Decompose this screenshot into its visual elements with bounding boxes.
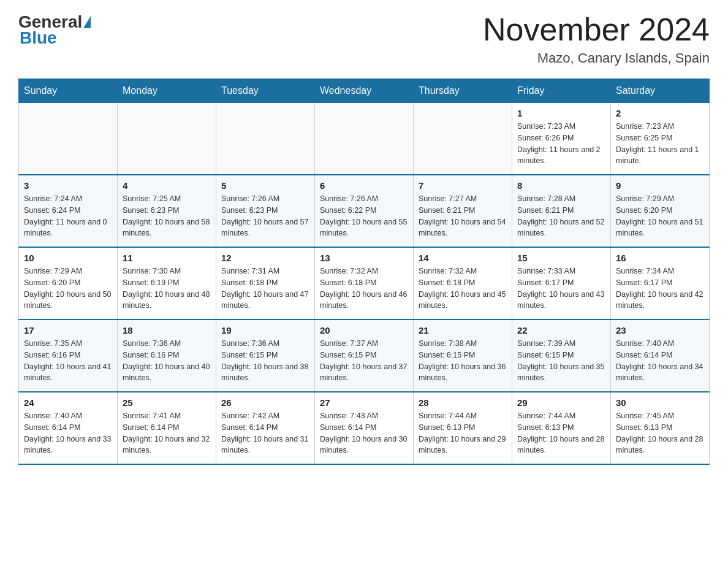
day-number: 24 — [24, 397, 112, 408]
title-area: November 2024 Mazo, Canary Islands, Spai… — [483, 12, 710, 66]
day-info: Sunrise: 7:40 AM Sunset: 6:14 PM Dayligh… — [616, 338, 704, 384]
month-title: November 2024 — [483, 12, 710, 47]
calendar-day-cell: 16Sunrise: 7:34 AM Sunset: 6:17 PM Dayli… — [611, 247, 710, 320]
calendar-week-row: 1Sunrise: 7:23 AM Sunset: 6:26 PM Daylig… — [19, 103, 710, 175]
day-number: 16 — [616, 253, 704, 263]
day-info: Sunrise: 7:34 AM Sunset: 6:17 PM Dayligh… — [616, 266, 704, 312]
logo-blue-text: Blue — [20, 28, 57, 47]
location-title: Mazo, Canary Islands, Spain — [483, 50, 710, 66]
day-info: Sunrise: 7:39 AM Sunset: 6:15 PM Dayligh… — [517, 338, 605, 384]
calendar-table: Sunday Monday Tuesday Wednesday Thursday… — [18, 79, 710, 465]
day-info: Sunrise: 7:32 AM Sunset: 6:18 PM Dayligh… — [419, 266, 507, 312]
day-number: 12 — [221, 253, 309, 263]
day-number: 4 — [123, 180, 211, 191]
calendar-day-cell: 24Sunrise: 7:40 AM Sunset: 6:14 PM Dayli… — [19, 392, 118, 464]
day-number: 15 — [517, 253, 605, 263]
day-info: Sunrise: 7:36 AM Sunset: 6:15 PM Dayligh… — [221, 338, 309, 384]
calendar-day-cell — [216, 103, 315, 175]
calendar-day-cell: 28Sunrise: 7:44 AM Sunset: 6:13 PM Dayli… — [414, 392, 512, 464]
calendar-day-cell: 1Sunrise: 7:23 AM Sunset: 6:26 PM Daylig… — [512, 103, 611, 175]
day-number: 19 — [221, 325, 309, 335]
logo-triangle-icon — [83, 16, 91, 28]
day-info: Sunrise: 7:24 AM Sunset: 6:24 PM Dayligh… — [24, 193, 112, 239]
day-info: Sunrise: 7:27 AM Sunset: 6:21 PM Dayligh… — [419, 193, 507, 239]
day-number: 7 — [419, 180, 507, 191]
calendar-day-cell: 11Sunrise: 7:30 AM Sunset: 6:19 PM Dayli… — [118, 247, 216, 320]
header-saturday: Saturday — [611, 79, 710, 103]
day-number: 22 — [517, 325, 605, 335]
calendar-week-row: 17Sunrise: 7:35 AM Sunset: 6:16 PM Dayli… — [19, 320, 710, 392]
day-info: Sunrise: 7:29 AM Sunset: 6:20 PM Dayligh… — [616, 193, 704, 239]
calendar-week-row: 24Sunrise: 7:40 AM Sunset: 6:14 PM Dayli… — [19, 392, 710, 464]
calendar-day-cell: 19Sunrise: 7:36 AM Sunset: 6:15 PM Dayli… — [216, 320, 315, 392]
day-info: Sunrise: 7:29 AM Sunset: 6:20 PM Dayligh… — [24, 266, 112, 312]
day-number: 13 — [320, 253, 408, 263]
calendar-day-cell: 26Sunrise: 7:42 AM Sunset: 6:14 PM Dayli… — [216, 392, 315, 464]
header-wednesday: Wednesday — [315, 79, 414, 103]
calendar-body: 1Sunrise: 7:23 AM Sunset: 6:26 PM Daylig… — [19, 103, 710, 465]
calendar-day-cell: 14Sunrise: 7:32 AM Sunset: 6:18 PM Dayli… — [414, 247, 512, 320]
header-tuesday: Tuesday — [216, 79, 315, 103]
header-sunday: Sunday — [19, 79, 118, 103]
calendar-day-cell: 20Sunrise: 7:37 AM Sunset: 6:15 PM Dayli… — [315, 320, 414, 392]
day-info: Sunrise: 7:30 AM Sunset: 6:19 PM Dayligh… — [123, 266, 211, 312]
day-info: Sunrise: 7:36 AM Sunset: 6:16 PM Dayligh… — [123, 338, 211, 384]
day-info: Sunrise: 7:42 AM Sunset: 6:14 PM Dayligh… — [221, 410, 309, 456]
calendar-day-cell: 12Sunrise: 7:31 AM Sunset: 6:18 PM Dayli… — [216, 247, 315, 320]
day-info: Sunrise: 7:23 AM Sunset: 6:25 PM Dayligh… — [616, 121, 704, 167]
calendar-day-cell: 10Sunrise: 7:29 AM Sunset: 6:20 PM Dayli… — [19, 247, 118, 320]
day-info: Sunrise: 7:33 AM Sunset: 6:17 PM Dayligh… — [517, 266, 605, 312]
calendar-day-cell — [118, 103, 216, 175]
day-number: 20 — [320, 325, 408, 335]
day-info: Sunrise: 7:32 AM Sunset: 6:18 PM Dayligh… — [320, 266, 408, 312]
day-number: 11 — [123, 253, 211, 263]
day-info: Sunrise: 7:40 AM Sunset: 6:14 PM Dayligh… — [24, 410, 112, 456]
calendar-week-row: 10Sunrise: 7:29 AM Sunset: 6:20 PM Dayli… — [19, 247, 710, 320]
day-info: Sunrise: 7:45 AM Sunset: 6:13 PM Dayligh… — [616, 410, 704, 456]
calendar-day-cell: 21Sunrise: 7:38 AM Sunset: 6:15 PM Dayli… — [414, 320, 512, 392]
calendar-day-cell: 8Sunrise: 7:28 AM Sunset: 6:21 PM Daylig… — [512, 175, 611, 247]
day-number: 27 — [320, 397, 408, 408]
day-number: 1 — [517, 108, 605, 118]
day-number: 2 — [616, 108, 704, 118]
day-number: 6 — [320, 180, 408, 191]
day-info: Sunrise: 7:26 AM Sunset: 6:23 PM Dayligh… — [221, 193, 309, 239]
calendar-day-cell: 4Sunrise: 7:25 AM Sunset: 6:23 PM Daylig… — [118, 175, 216, 247]
day-number: 14 — [419, 253, 507, 263]
day-number: 10 — [24, 253, 112, 263]
day-number: 26 — [221, 397, 309, 408]
logo-area: General Blue — [18, 12, 92, 48]
day-info: Sunrise: 7:31 AM Sunset: 6:18 PM Dayligh… — [221, 266, 309, 312]
day-number: 28 — [419, 397, 507, 408]
day-info: Sunrise: 7:43 AM Sunset: 6:14 PM Dayligh… — [320, 410, 408, 456]
calendar-day-cell: 25Sunrise: 7:41 AM Sunset: 6:14 PM Dayli… — [118, 392, 216, 464]
calendar-day-cell: 9Sunrise: 7:29 AM Sunset: 6:20 PM Daylig… — [611, 175, 710, 247]
calendar-day-cell: 17Sunrise: 7:35 AM Sunset: 6:16 PM Dayli… — [19, 320, 118, 392]
calendar-day-cell: 2Sunrise: 7:23 AM Sunset: 6:25 PM Daylig… — [611, 103, 710, 175]
day-info: Sunrise: 7:41 AM Sunset: 6:14 PM Dayligh… — [123, 410, 211, 456]
day-info: Sunrise: 7:26 AM Sunset: 6:22 PM Dayligh… — [320, 193, 408, 239]
calendar-day-cell: 6Sunrise: 7:26 AM Sunset: 6:22 PM Daylig… — [315, 175, 414, 247]
day-number: 8 — [517, 180, 605, 191]
day-number: 29 — [517, 397, 605, 408]
day-info: Sunrise: 7:28 AM Sunset: 6:21 PM Dayligh… — [517, 193, 605, 239]
day-info: Sunrise: 7:44 AM Sunset: 6:13 PM Dayligh… — [517, 410, 605, 456]
day-info: Sunrise: 7:23 AM Sunset: 6:26 PM Dayligh… — [517, 121, 605, 167]
calendar-day-cell: 22Sunrise: 7:39 AM Sunset: 6:15 PM Dayli… — [512, 320, 611, 392]
day-number: 3 — [24, 180, 112, 191]
day-number: 17 — [24, 325, 112, 335]
calendar-day-cell: 27Sunrise: 7:43 AM Sunset: 6:14 PM Dayli… — [315, 392, 414, 464]
header-friday: Friday — [512, 79, 611, 103]
day-number: 9 — [616, 180, 704, 191]
day-number: 21 — [419, 325, 507, 335]
calendar-day-cell: 23Sunrise: 7:40 AM Sunset: 6:14 PM Dayli… — [611, 320, 710, 392]
header-monday: Monday — [118, 79, 216, 103]
calendar-day-cell: 7Sunrise: 7:27 AM Sunset: 6:21 PM Daylig… — [414, 175, 512, 247]
calendar-header: Sunday Monday Tuesday Wednesday Thursday… — [19, 79, 710, 103]
calendar-day-cell: 18Sunrise: 7:36 AM Sunset: 6:16 PM Dayli… — [118, 320, 216, 392]
header-thursday: Thursday — [414, 79, 512, 103]
day-number: 5 — [221, 180, 309, 191]
day-number: 30 — [616, 397, 704, 408]
calendar-day-cell: 5Sunrise: 7:26 AM Sunset: 6:23 PM Daylig… — [216, 175, 315, 247]
calendar-day-cell — [315, 103, 414, 175]
